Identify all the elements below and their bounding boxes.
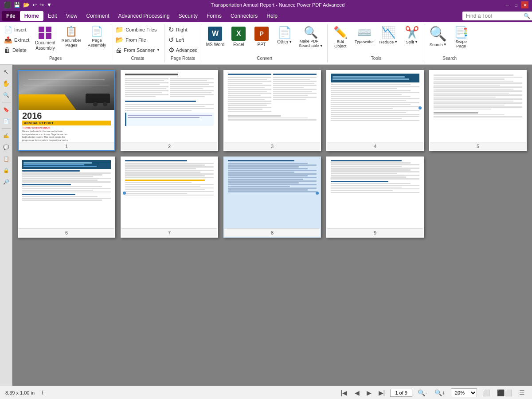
main-content: ↖ ✋ 🔍 🔖 📄 ✍ 💬 📋 🔒 🔎 [0,65,532,386]
rotate-advanced-icon: ⚙ [168,46,174,54]
menu-item-comment[interactable]: Comment [82,11,114,21]
close-button[interactable]: ✕ [521,1,528,8]
swipe-page-button[interactable]: 📑 SwipePage [450,25,472,51]
make-pdf-dropdown-icon: ▼ [320,44,323,48]
menu-item-security[interactable]: Security [174,11,202,21]
split-dropdown-icon: ▼ [415,40,418,44]
menu-item-connectors[interactable]: Connectors [226,11,262,21]
quick-save[interactable]: 💾 [14,2,20,8]
quick-undo[interactable]: ↩ [32,2,37,8]
page-thumb-9[interactable]: 9 [326,156,424,238]
extract-button[interactable]: 📤 Extract [2,35,31,45]
excel-button[interactable]: X Excel [227,25,250,49]
page-thumb-1[interactable]: 2016 ANNUAL REPORT TRANSPORTION UNION We… [18,70,115,151]
next-page-button[interactable]: ▶ [365,388,373,397]
combine-icon: 📁 [115,26,124,34]
ms-word-button[interactable]: W MS Word [204,25,227,49]
reduce-button[interactable]: 📉 Reduce ▼ [377,25,400,46]
quick-open[interactable]: 📂 [23,2,30,8]
delete-button[interactable]: 🗑 Delete [2,45,31,55]
page-thumb-2[interactable]: 2 [121,70,218,151]
signature-tool[interactable]: ✍ [1,130,12,141]
ribbon-group-pages: 📄 Insert 📤 Extract 🗑 Delete [0,24,111,63]
page-thumb-4[interactable]: 4 [326,70,424,151]
prev-page-button[interactable]: ◀ [353,388,361,397]
search-group-label: Search [427,55,472,62]
tools-group-label: Tools [329,55,423,62]
menu-item-home[interactable]: Home [20,11,43,21]
insert-icon: 📄 [4,26,12,34]
rotate-right-icon: ↻ [168,26,174,34]
menu-item-file[interactable]: File [2,11,20,21]
page-8-content [224,157,320,228]
page-thumb-5[interactable]: 5 [429,70,527,151]
pages-stack: 📄 Insert 📤 Extract 🗑 Delete [2,25,31,55]
find-tool-input[interactable] [462,12,532,20]
select-tool[interactable]: ↖ [1,66,12,77]
hand-tool[interactable]: ✋ [1,78,12,89]
pdf-viewer[interactable]: 2016 ANNUAL REPORT TRANSPORTION UNION We… [12,65,532,386]
continuous-view-button[interactable]: ☰ [517,388,527,397]
page-9-label: 9 [327,228,423,237]
page-7-label: 7 [121,228,217,237]
page-thumb-3[interactable]: 3 [223,70,321,151]
page-thumb-8[interactable]: 8 [223,156,321,238]
from-scanner-button[interactable]: 🖨 From Scanner ▼ [113,45,162,55]
page-size-display: 8.39 x 1.00 in [5,390,35,395]
bookmark-tool[interactable]: 🔖 [1,104,12,115]
page-8-label: 8 [224,228,320,237]
first-page-button[interactable]: |◀ [339,388,349,397]
zoom-tool[interactable]: 🔍 [1,90,12,100]
other-button[interactable]: 📄 Other ▼ [274,25,296,47]
minimize-button[interactable]: ─ [504,1,511,8]
pages-grid-row2: 6 [18,156,527,238]
maximize-button[interactable]: □ [512,1,520,8]
window-controls[interactable]: ─ □ ✕ [504,1,528,8]
zoom-in-button[interactable]: 🔍+ [433,388,447,397]
comment-tool[interactable]: 💬 [1,142,12,153]
menu-item-edit[interactable]: Edit [43,11,62,21]
menu-item-help[interactable]: Help [262,11,282,21]
make-pdf-searchable-button[interactable]: 🔍 Make PDFSearchable ▼ [297,25,325,50]
search-side-tool[interactable]: 🔎 [1,176,12,187]
security-tool[interactable]: 🔒 [1,165,12,176]
scanner-dropdown-icon: ▼ [156,48,160,52]
quick-customize[interactable]: ▼ [47,2,52,8]
from-file-button[interactable]: 📂 From File [113,35,162,45]
form-tool[interactable]: 📋 [1,153,12,164]
two-page-view-button[interactable]: ⬛⬜ [495,388,514,397]
menu-item-view[interactable]: View [62,11,82,21]
last-page-button[interactable]: ▶| [377,388,387,397]
create-group-content: 📁 Combine Files 📂 From File 🖨 From Scann… [113,25,162,55]
single-page-view-button[interactable]: ⬜ [481,388,492,397]
rotate-left-button[interactable]: ↺ Left [166,35,200,45]
quick-redo[interactable]: ↪ [39,2,44,8]
page-6-label: 6 [19,228,114,237]
delete-icon: 🗑 [4,46,11,54]
edit-object-button[interactable]: ✏️ EditObject [329,25,352,51]
ppt-button[interactable]: P PPT [250,25,273,49]
zoom-out-button[interactable]: 🔍- [416,388,429,397]
renumber-pages-button[interactable]: 📋 RenumberPages [59,25,84,50]
page-thumb-7[interactable]: 7 [121,156,218,238]
rotate-advanced-button[interactable]: ⚙ Advanced [166,45,200,55]
menu-item-advanced-processing[interactable]: Advanced Processing [114,11,174,21]
insert-button[interactable]: 📄 Insert [2,25,31,35]
rotate-right-button[interactable]: ↻ Right [166,25,200,35]
page-7-content [121,157,217,228]
document-assembly-button[interactable]: Document Assembly [32,25,58,53]
page-number-input[interactable] [390,389,412,397]
search-button[interactable]: 🔍 Search ▼ [427,25,449,49]
expand-icon[interactable]: ⟨ [42,390,43,395]
thumbnail-tool[interactable]: 📄 [1,116,12,126]
typewriter-button[interactable]: ⌨️ Typewriter [352,25,376,46]
split-button[interactable]: ✂️ Split ▼ [401,25,423,46]
page-2-label: 2 [121,142,217,150]
combine-files-button[interactable]: 📁 Combine Files [113,25,162,35]
ribbon-group-search: 🔍 Search ▼ 📑 SwipePage Search [425,24,474,63]
page-assembly-button[interactable]: 📄 PageAssembly [85,25,109,50]
other-dropdown-icon: ▼ [289,40,292,44]
menu-item-forms[interactable]: Forms [202,11,226,21]
page-thumb-6[interactable]: 6 [18,156,115,238]
zoom-select[interactable]: 20% 50% 75% 100% 125% [451,388,477,397]
